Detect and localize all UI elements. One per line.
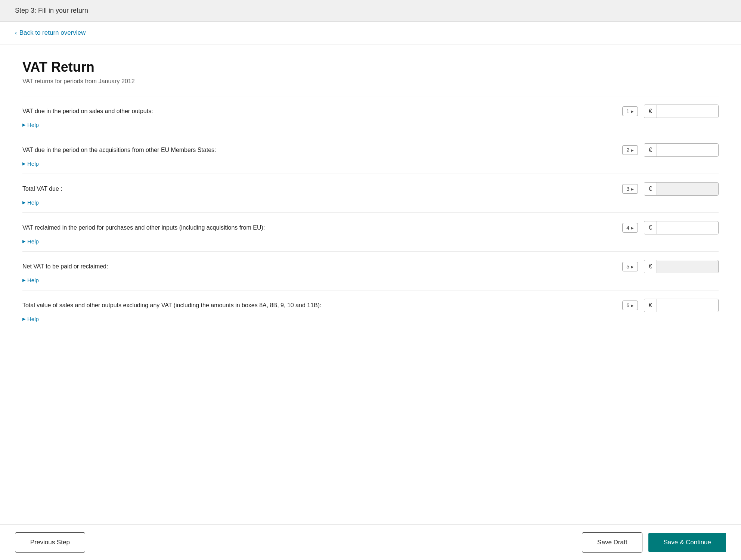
form-row-3: Total VAT due : 3 ▶ € ▶ Help	[22, 174, 719, 213]
vat-subtitle: VAT returns for periods from January 201…	[22, 78, 719, 85]
currency-group-1: €	[644, 105, 719, 118]
box-arrow-4: ▶	[631, 226, 634, 230]
box-number-2[interactable]: 2 ▶	[622, 145, 638, 155]
help-link-5[interactable]: ▶ Help	[22, 277, 719, 283]
box-arrow-5: ▶	[631, 265, 634, 269]
currency-group-2: €	[644, 143, 719, 157]
currency-symbol-5: €	[644, 260, 657, 273]
row-4-controls: 4 ▶ €	[622, 221, 719, 234]
step-header-text: Step 3: Fill in your return	[15, 7, 88, 14]
form-row-2: VAT due in the period on the acquisition…	[22, 135, 719, 174]
help-label-5: Help	[27, 277, 39, 283]
box-arrow-1: ▶	[631, 109, 634, 113]
row-2-controls: 2 ▶ €	[622, 143, 719, 157]
page-wrapper: Step 3: Fill in your return ‹ Back to re…	[0, 0, 741, 560]
row-2-label: VAT due in the period on the acquisition…	[22, 143, 615, 155]
row-5-controls: 5 ▶ €	[622, 260, 719, 273]
row-6-label: Total value of sales and other outputs e…	[22, 299, 615, 310]
help-arrow-icon-3: ▶	[22, 200, 25, 205]
box-arrow-6: ▶	[631, 304, 634, 308]
form-row-5: Net VAT to be paid or reclaimed: 5 ▶ € ▶	[22, 252, 719, 290]
currency-group-6: €	[644, 299, 719, 312]
help-link-6[interactable]: ▶ Help	[22, 316, 719, 322]
back-to-overview-link[interactable]: ‹ Back to return overview	[15, 29, 86, 37]
save-continue-button[interactable]: Save & Continue	[648, 533, 726, 552]
chevron-left-icon: ‹	[15, 29, 17, 37]
row-3-controls: 3 ▶ €	[622, 182, 719, 196]
help-arrow-icon-5: ▶	[22, 278, 25, 283]
amount-input-2[interactable]	[657, 144, 719, 156]
help-arrow-icon-2: ▶	[22, 161, 25, 166]
currency-group-5: €	[644, 260, 719, 273]
footer-right: Save Draft Save & Continue	[582, 532, 726, 553]
row-1-label: VAT due in the period on sales and other…	[22, 105, 615, 116]
help-link-1[interactable]: ▶ Help	[22, 122, 719, 128]
currency-symbol-1: €	[644, 105, 657, 118]
help-link-3[interactable]: ▶ Help	[22, 199, 719, 206]
help-label-2: Help	[27, 161, 39, 167]
help-arrow-icon-1: ▶	[22, 122, 25, 127]
page-title: VAT Return	[22, 59, 719, 75]
box-number-4[interactable]: 4 ▶	[622, 223, 638, 233]
help-label-3: Help	[27, 199, 39, 206]
currency-symbol-4: €	[644, 221, 657, 234]
form-row-1: VAT due in the period on sales and other…	[22, 96, 719, 135]
currency-group-3: €	[644, 182, 719, 196]
row-5-label: Net VAT to be paid or reclaimed:	[22, 260, 615, 271]
currency-group-4: €	[644, 221, 719, 234]
amount-input-6[interactable]	[657, 299, 719, 312]
back-bar: ‹ Back to return overview	[0, 22, 741, 44]
box-number-3[interactable]: 3 ▶	[622, 184, 638, 194]
main-content: VAT Return VAT returns for periods from …	[0, 44, 741, 525]
help-link-4[interactable]: ▶ Help	[22, 238, 719, 245]
currency-symbol-6: €	[644, 299, 657, 312]
box-arrow-2: ▶	[631, 148, 634, 152]
currency-symbol-3: €	[644, 183, 657, 195]
row-6-controls: 6 ▶ €	[622, 299, 719, 312]
back-link-label: Back to return overview	[19, 29, 86, 37]
help-label-4: Help	[27, 238, 39, 245]
row-1-controls: 1 ▶ €	[622, 105, 719, 118]
amount-input-5	[657, 261, 719, 273]
previous-step-button[interactable]: Previous Step	[15, 532, 85, 553]
help-link-2[interactable]: ▶ Help	[22, 161, 719, 167]
amount-input-4[interactable]	[657, 222, 719, 234]
box-number-1[interactable]: 1 ▶	[622, 106, 638, 116]
help-label-6: Help	[27, 316, 39, 322]
step-header: Step 3: Fill in your return	[0, 0, 741, 22]
form-section: VAT due in the period on sales and other…	[22, 96, 719, 329]
box-arrow-3: ▶	[631, 187, 634, 191]
form-row-6: Total value of sales and other outputs e…	[22, 290, 719, 329]
help-arrow-icon-4: ▶	[22, 239, 25, 244]
help-arrow-icon-6: ▶	[22, 317, 25, 321]
help-label-1: Help	[27, 122, 39, 128]
row-3-label: Total VAT due :	[22, 182, 615, 193]
currency-symbol-2: €	[644, 144, 657, 156]
row-4-label: VAT reclaimed in the period for purchase…	[22, 221, 615, 232]
box-number-5[interactable]: 5 ▶	[622, 262, 638, 271]
footer: Previous Step Save Draft Save & Continue	[0, 525, 741, 560]
amount-input-3	[657, 183, 719, 195]
form-row-4: VAT reclaimed in the period for purchase…	[22, 213, 719, 252]
amount-input-1[interactable]	[657, 105, 719, 118]
box-number-6[interactable]: 6 ▶	[622, 301, 638, 310]
save-draft-button[interactable]: Save Draft	[582, 532, 642, 553]
